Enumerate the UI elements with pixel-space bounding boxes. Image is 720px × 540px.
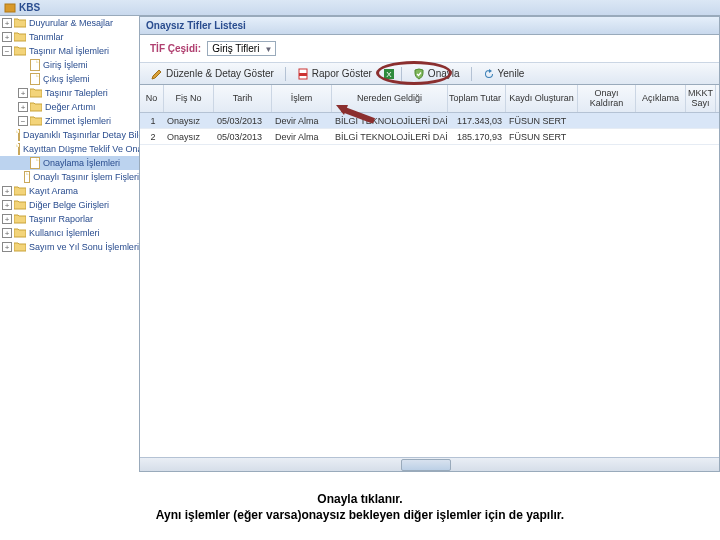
col-header-islem[interactable]: İşlem xyxy=(272,85,332,112)
col-header-no[interactable]: No xyxy=(140,85,164,112)
file-icon xyxy=(30,73,40,85)
tree-item-label: Kullanıcı İşlemleri xyxy=(29,228,100,238)
table-row[interactable]: 1Onaysız05/03/2013Devir AlmaBİLGİ TEKNOL… xyxy=(140,113,719,129)
cell-olus: FÜSUN SERT xyxy=(506,116,578,126)
instruction-caption: Onayla tıklanır. Aynı işlemler (eğer var… xyxy=(0,488,720,523)
shield-check-icon xyxy=(413,68,425,80)
collapse-icon[interactable]: − xyxy=(2,46,12,56)
caption-line2: Aynı işlemler (eğer varsa)onaysız bekley… xyxy=(0,508,720,524)
tree-item[interactable]: +Taşınır Talepleri xyxy=(0,86,139,100)
app-logo-icon xyxy=(4,2,16,14)
tree-item[interactable]: Onaylama İşlemleri xyxy=(0,156,139,170)
folder-icon xyxy=(14,214,26,224)
tree-item[interactable]: Dayanıklı Taşınırlar Detay Bilgileri xyxy=(0,128,139,142)
rapor-button[interactable]: Rapor Göster xyxy=(292,67,377,81)
col-header-tarih[interactable]: Tarih xyxy=(214,85,272,112)
folder-icon xyxy=(14,200,26,210)
tif-cesidi-select[interactable]: Giriş Tifleri ▼ xyxy=(207,41,276,56)
cell-tutar: 185.170,93 xyxy=(448,132,506,142)
grid: No Fiş No Tarih İşlem Nereden Geldiği To… xyxy=(140,85,719,457)
tree-item-label: Kayıttan Düşme Teklif Ve Onay Tutanağı xyxy=(23,144,139,154)
expand-icon[interactable]: + xyxy=(18,88,28,98)
cell-no: 2 xyxy=(140,132,164,142)
cell-no: 1 xyxy=(140,116,164,126)
tree-item[interactable]: +Sayım ve Yıl Sonu İşlemleri xyxy=(0,240,139,254)
col-header-nereden[interactable]: Nereden Geldiği xyxy=(332,85,448,112)
col-header-aciklama[interactable]: Açıklama xyxy=(636,85,686,112)
yenile-button[interactable]: Yenile xyxy=(478,67,530,81)
folder-icon xyxy=(30,88,42,98)
tree-item[interactable]: Kayıttan Düşme Teklif Ve Onay Tutanağı xyxy=(0,142,139,156)
tree-item[interactable]: Giriş İşlemi xyxy=(0,58,139,72)
tree-item-label: Diğer Belge Girişleri xyxy=(29,200,109,210)
table-row[interactable]: 2Onaysız05/03/2013Devir AlmaBİLGİ TEKNOL… xyxy=(140,129,719,145)
svg-text:X: X xyxy=(386,70,392,79)
col-header-fis[interactable]: Fiş No xyxy=(164,85,214,112)
toolbar: Düzenle & Detay Göster Rapor Göster X On… xyxy=(140,63,719,85)
tree-item[interactable]: +Diğer Belge Girişleri xyxy=(0,198,139,212)
svg-rect-0 xyxy=(5,4,15,12)
toolbar-separator xyxy=(401,67,402,81)
col-header-tutar[interactable]: Toplam Tutar xyxy=(448,85,506,112)
excel-icon[interactable]: X xyxy=(383,68,395,80)
tree-item[interactable]: Çıkış İşlemi xyxy=(0,72,139,86)
tree-item[interactable]: Onaylı Taşınır İşlem Fişleri xyxy=(0,170,139,184)
grid-header-row: No Fiş No Tarih İşlem Nereden Geldiği To… xyxy=(140,85,719,113)
tree-item[interactable]: +Değer Artımı xyxy=(0,100,139,114)
file-icon xyxy=(18,129,20,141)
cell-fis: Onaysız xyxy=(164,132,214,142)
expand-icon[interactable]: + xyxy=(2,18,12,28)
tree-item-label: Kayıt Arama xyxy=(29,186,78,196)
collapse-icon[interactable]: − xyxy=(18,116,28,126)
button-label: Yenile xyxy=(498,68,525,79)
tree-item-label: Dayanıklı Taşınırlar Detay Bilgileri xyxy=(23,130,139,140)
tree-item[interactable]: −Zimmet İşlemleri xyxy=(0,114,139,128)
cell-nereden: BİLGİ TEKNOLOJİLERİ DAİ... xyxy=(332,116,448,126)
edit-detail-button[interactable]: Düzenle & Detay Göster xyxy=(146,67,279,81)
svg-rect-2 xyxy=(299,73,307,76)
tree-item-label: Giriş İşlemi xyxy=(43,60,88,70)
onayla-button[interactable]: Onayla xyxy=(408,67,465,81)
button-label: Onayla xyxy=(428,68,460,79)
cell-nereden: BİLGİ TEKNOLOJİLERİ DAİ... xyxy=(332,132,448,142)
tree-item-label: Tanımlar xyxy=(29,32,64,42)
tree-item[interactable]: +Kayıt Arama xyxy=(0,184,139,198)
horizontal-scrollbar[interactable] xyxy=(140,457,719,471)
tree-item-label: Çıkış İşlemi xyxy=(43,74,90,84)
folder-icon xyxy=(14,18,26,28)
tree-item[interactable]: +Tanımlar xyxy=(0,30,139,44)
tree-item-label: Taşınır Talepleri xyxy=(45,88,108,98)
tree-item[interactable]: −Taşınır Mal İşlemleri xyxy=(0,44,139,58)
expand-icon[interactable]: + xyxy=(2,242,12,252)
expand-icon[interactable]: + xyxy=(2,32,12,42)
scrollbar-thumb[interactable] xyxy=(401,459,451,471)
folder-icon xyxy=(14,46,26,56)
cell-islem: Devir Alma xyxy=(272,116,332,126)
folder-icon xyxy=(14,228,26,238)
expand-icon[interactable]: + xyxy=(2,214,12,224)
button-label: Rapor Göster xyxy=(312,68,372,79)
file-icon xyxy=(18,143,20,155)
pencil-icon xyxy=(151,68,163,80)
col-header-olusturan[interactable]: Kaydı Oluşturan xyxy=(506,85,578,112)
col-header-kaldiran[interactable]: Onayı Kaldıran xyxy=(578,85,636,112)
tree-item-label: Taşınır Mal İşlemleri xyxy=(29,46,109,56)
tree-item[interactable]: +Kullanıcı İşlemleri xyxy=(0,226,139,240)
folder-icon xyxy=(14,242,26,252)
select-value: Giriş Tifleri xyxy=(212,43,259,54)
tree-item[interactable]: +Taşınır Raporlar xyxy=(0,212,139,226)
expand-icon[interactable]: + xyxy=(2,228,12,238)
col-header-sayi[interactable]: MKKT Sayı xyxy=(686,85,716,112)
expand-icon[interactable]: + xyxy=(2,200,12,210)
folder-icon xyxy=(30,102,42,112)
tree-item-label: Sayım ve Yıl Sonu İşlemleri xyxy=(29,242,139,252)
expand-icon[interactable]: + xyxy=(2,186,12,196)
pdf-icon xyxy=(297,68,309,80)
refresh-icon xyxy=(483,68,495,80)
tree-item-label: Onaylama İşlemleri xyxy=(43,158,120,168)
folder-icon xyxy=(14,186,26,196)
expand-icon[interactable]: + xyxy=(18,102,28,112)
tree-item[interactable]: +Duyurular & Mesajlar xyxy=(0,16,139,30)
tree-item-label: Zimmet İşlemleri xyxy=(45,116,111,126)
tree-item-label: Taşınır Raporlar xyxy=(29,214,93,224)
